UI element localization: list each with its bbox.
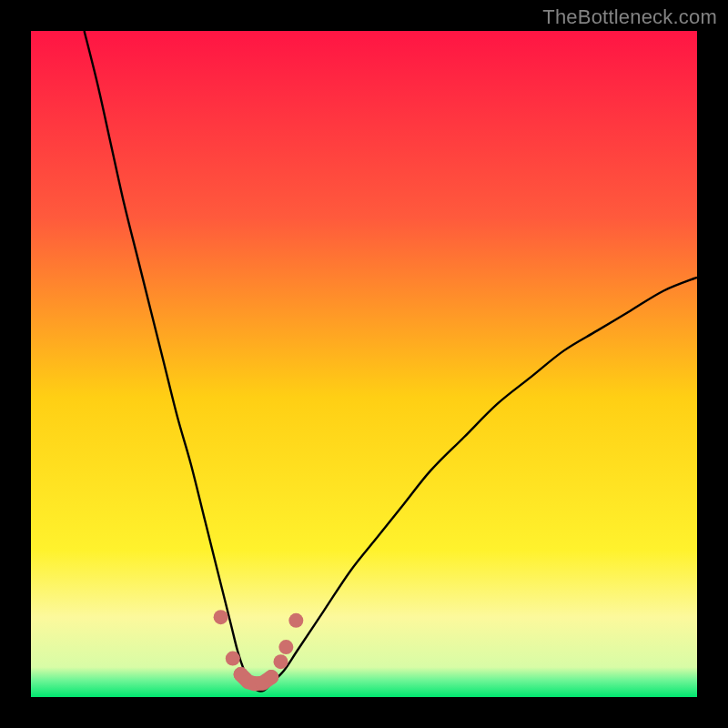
optimal-point	[214, 610, 228, 624]
optimal-point	[264, 670, 278, 684]
chart-frame: TheBottleneck.com	[0, 0, 728, 728]
gradient-background	[31, 31, 697, 697]
watermark-text: TheBottleneck.com	[542, 5, 717, 29]
optimal-point	[288, 613, 303, 628]
optimal-point	[226, 652, 240, 666]
plot-area	[31, 31, 697, 697]
optimal-point	[278, 640, 293, 654]
optimal-point	[274, 654, 288, 669]
bottleneck-chart	[31, 31, 697, 697]
